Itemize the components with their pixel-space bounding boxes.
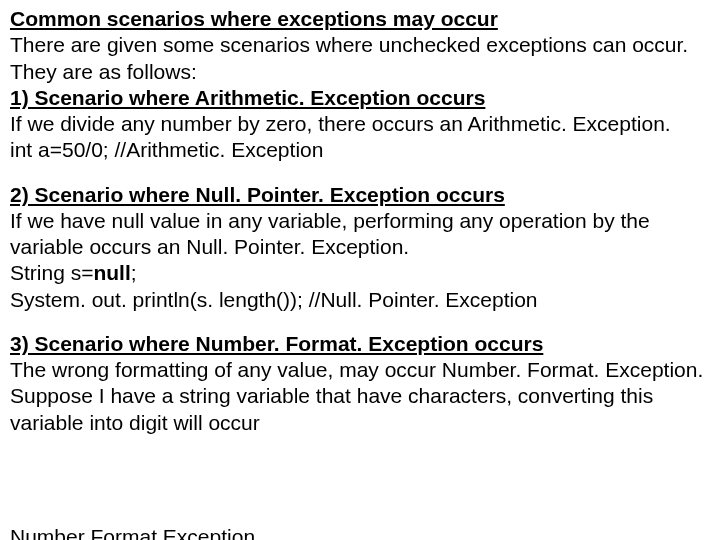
document-page: Common scenarios where exceptions may oc… bbox=[0, 0, 720, 436]
code-bold: null bbox=[93, 261, 130, 284]
intro-text: There are given some scenarios where unc… bbox=[10, 32, 710, 85]
code-pre: String s= bbox=[10, 261, 93, 284]
code-line: int a=50/0; //Arithmetic. Exception bbox=[10, 137, 710, 163]
section-body: The wrong formatting of any value, may o… bbox=[10, 357, 710, 436]
section-block: 2) Scenario where Null. Pointer. Excepti… bbox=[10, 182, 710, 313]
code-pre: int a=50/0; //Arithmetic. Exception bbox=[10, 138, 323, 161]
section-body: If we have null value in any variable, p… bbox=[10, 208, 710, 261]
section-heading: 2) Scenario where Null. Pointer. Excepti… bbox=[10, 182, 710, 208]
section-heading: 1) Scenario where Arithmetic. Exception … bbox=[10, 85, 710, 111]
code-line: String s=null; bbox=[10, 260, 710, 286]
section-heading: 3) Scenario where Number. Format. Except… bbox=[10, 331, 710, 357]
cutoff-text: Number Format Exception bbox=[10, 524, 255, 540]
code-line: System. out. println(s. length()); //Nul… bbox=[10, 287, 710, 313]
code-pre: System. out. println(s. length()); //Nul… bbox=[10, 288, 538, 311]
section-body: If we divide any number by zero, there o… bbox=[10, 111, 710, 137]
code-post: ; bbox=[131, 261, 137, 284]
spacer bbox=[10, 164, 710, 182]
intro-block: Common scenarios where exceptions may oc… bbox=[10, 6, 710, 164]
section-block: 3) Scenario where Number. Format. Except… bbox=[10, 331, 710, 436]
page-title: Common scenarios where exceptions may oc… bbox=[10, 6, 710, 32]
